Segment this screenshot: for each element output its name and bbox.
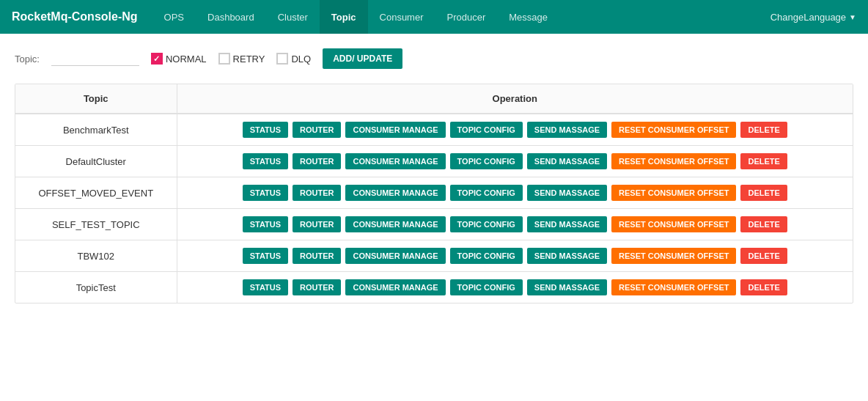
delete-button[interactable]: DELETE	[740, 153, 787, 169]
status-button[interactable]: STATUS	[243, 122, 288, 138]
table-row: BenchmarkTestSTATUSROUTERCONSUMER MANAGE…	[15, 114, 853, 146]
router-button[interactable]: ROUTER	[293, 279, 341, 295]
action-buttons: STATUSROUTERCONSUMER MANAGETOPIC CONFIGS…	[186, 122, 845, 138]
normal-checkbox-group[interactable]: NORMAL	[151, 53, 207, 65]
consumer-manage-button[interactable]: CONSUMER MANAGE	[345, 248, 445, 264]
change-language-button[interactable]: ChangeLanguage ▼	[770, 12, 856, 23]
operations-cell: STATUSROUTERCONSUMER MANAGETOPIC CONFIGS…	[177, 177, 853, 209]
nav-item-cluster[interactable]: Cluster	[266, 0, 320, 34]
retry-checkbox[interactable]	[218, 53, 230, 65]
reset-consumer-offset-button[interactable]: RESET CONSUMER OFFSET	[611, 248, 736, 264]
status-button[interactable]: STATUS	[243, 216, 288, 232]
topic-cell: SELF_TEST_TOPIC	[15, 209, 177, 240]
topic-config-button[interactable]: TOPIC CONFIG	[450, 248, 523, 264]
topic-config-button[interactable]: TOPIC CONFIG	[450, 122, 523, 138]
action-buttons: STATUSROUTERCONSUMER MANAGETOPIC CONFIGS…	[186, 185, 845, 201]
send-massage-button[interactable]: SEND MASSAGE	[527, 248, 607, 264]
reset-consumer-offset-button[interactable]: RESET CONSUMER OFFSET	[611, 185, 736, 201]
delete-button[interactable]: DELETE	[740, 216, 787, 232]
retry-checkbox-group[interactable]: RETRY	[218, 53, 265, 65]
action-buttons: STATUSROUTERCONSUMER MANAGETOPIC CONFIGS…	[186, 216, 845, 232]
topic-cell: DefaultCluster	[15, 146, 177, 177]
topic-filter-input[interactable]	[51, 51, 139, 66]
send-massage-button[interactable]: SEND MASSAGE	[527, 185, 607, 201]
topic-config-button[interactable]: TOPIC CONFIG	[450, 153, 523, 169]
col-header-topic: Topic	[15, 84, 177, 114]
reset-consumer-offset-button[interactable]: RESET CONSUMER OFFSET	[611, 122, 736, 138]
table-row: TopicTestSTATUSROUTERCONSUMER MANAGETOPI…	[15, 272, 853, 303]
table-row: TBW102STATUSROUTERCONSUMER MANAGETOPIC C…	[15, 240, 853, 272]
table-header-row: Topic Operation	[15, 84, 853, 114]
nav-item-consumer[interactable]: Consumer	[368, 0, 435, 34]
topic-config-button[interactable]: TOPIC CONFIG	[450, 185, 523, 201]
router-button[interactable]: ROUTER	[293, 122, 341, 138]
topic-cell: BenchmarkTest	[15, 114, 177, 146]
consumer-manage-button[interactable]: CONSUMER MANAGE	[345, 185, 445, 201]
nav-item-message[interactable]: Message	[497, 0, 559, 34]
action-buttons: STATUSROUTERCONSUMER MANAGETOPIC CONFIGS…	[186, 279, 845, 295]
nav-item-topic[interactable]: Topic	[320, 0, 368, 34]
status-button[interactable]: STATUS	[243, 153, 288, 169]
operations-cell: STATUSROUTERCONSUMER MANAGETOPIC CONFIGS…	[177, 114, 853, 146]
send-massage-button[interactable]: SEND MASSAGE	[527, 279, 607, 295]
table-row: OFFSET_MOVED_EVENTSTATUSROUTERCONSUMER M…	[15, 177, 853, 209]
normal-label: NORMAL	[166, 54, 207, 65]
operations-cell: STATUSROUTERCONSUMER MANAGETOPIC CONFIGS…	[177, 272, 853, 303]
delete-button[interactable]: DELETE	[740, 279, 787, 295]
router-button[interactable]: ROUTER	[293, 185, 341, 201]
consumer-manage-button[interactable]: CONSUMER MANAGE	[345, 122, 445, 138]
main-content: Topic: NORMAL RETRY DLQ ADD/ UPDATE Topi…	[0, 34, 868, 401]
topic-config-button[interactable]: TOPIC CONFIG	[450, 279, 523, 295]
dlq-checkbox[interactable]	[276, 53, 288, 65]
router-button[interactable]: ROUTER	[293, 153, 341, 169]
action-buttons: STATUSROUTERCONSUMER MANAGETOPIC CONFIGS…	[186, 248, 845, 264]
nav-item-dashboard[interactable]: Dashboard	[196, 0, 266, 34]
nav-item-producer[interactable]: Producer	[435, 0, 498, 34]
topic-table-container: Topic Operation BenchmarkTestSTATUSROUTE…	[15, 84, 853, 303]
consumer-manage-button[interactable]: CONSUMER MANAGE	[345, 216, 445, 232]
status-button[interactable]: STATUS	[243, 279, 288, 295]
topic-config-button[interactable]: TOPIC CONFIG	[450, 216, 523, 232]
delete-button[interactable]: DELETE	[740, 248, 787, 264]
topic-cell: TopicTest	[15, 272, 177, 303]
router-button[interactable]: ROUTER	[293, 248, 341, 264]
nav-item-ops[interactable]: OPS	[152, 0, 196, 34]
topic-table: Topic Operation BenchmarkTestSTATUSROUTE…	[15, 84, 853, 303]
dlq-checkbox-group[interactable]: DLQ	[276, 53, 311, 65]
operations-cell: STATUSROUTERCONSUMER MANAGETOPIC CONFIGS…	[177, 240, 853, 272]
delete-button[interactable]: DELETE	[740, 122, 787, 138]
retry-label: RETRY	[233, 54, 265, 65]
operations-cell: STATUSROUTERCONSUMER MANAGETOPIC CONFIGS…	[177, 146, 853, 177]
filter-row: Topic: NORMAL RETRY DLQ ADD/ UPDATE	[15, 48, 853, 69]
chevron-down-icon: ▼	[849, 13, 856, 21]
consumer-manage-button[interactable]: CONSUMER MANAGE	[345, 279, 445, 295]
app-brand: RocketMq-Console-Ng	[12, 10, 138, 23]
table-row: SELF_TEST_TOPICSTATUSROUTERCONSUMER MANA…	[15, 209, 853, 240]
normal-checkbox[interactable]	[151, 53, 163, 65]
topic-cell: TBW102	[15, 240, 177, 272]
consumer-manage-button[interactable]: CONSUMER MANAGE	[345, 153, 445, 169]
delete-button[interactable]: DELETE	[740, 185, 787, 201]
topic-cell: OFFSET_MOVED_EVENT	[15, 177, 177, 209]
send-massage-button[interactable]: SEND MASSAGE	[527, 122, 607, 138]
col-header-operation: Operation	[177, 84, 853, 114]
reset-consumer-offset-button[interactable]: RESET CONSUMER OFFSET	[611, 279, 736, 295]
send-massage-button[interactable]: SEND MASSAGE	[527, 216, 607, 232]
dlq-label: DLQ	[291, 54, 311, 65]
topic-filter-label: Topic:	[15, 54, 40, 65]
send-massage-button[interactable]: SEND MASSAGE	[527, 153, 607, 169]
status-button[interactable]: STATUS	[243, 248, 288, 264]
navbar: RocketMq-Console-Ng OPS Dashboard Cluste…	[0, 0, 868, 34]
nav-items: OPS Dashboard Cluster Topic Consumer Pro…	[152, 0, 770, 34]
reset-consumer-offset-button[interactable]: RESET CONSUMER OFFSET	[611, 153, 736, 169]
operations-cell: STATUSROUTERCONSUMER MANAGETOPIC CONFIGS…	[177, 209, 853, 240]
status-button[interactable]: STATUS	[243, 185, 288, 201]
table-row: DefaultClusterSTATUSROUTERCONSUMER MANAG…	[15, 146, 853, 177]
reset-consumer-offset-button[interactable]: RESET CONSUMER OFFSET	[611, 216, 736, 232]
router-button[interactable]: ROUTER	[293, 216, 341, 232]
add-update-button[interactable]: ADD/ UPDATE	[323, 48, 402, 69]
action-buttons: STATUSROUTERCONSUMER MANAGETOPIC CONFIGS…	[186, 153, 845, 169]
